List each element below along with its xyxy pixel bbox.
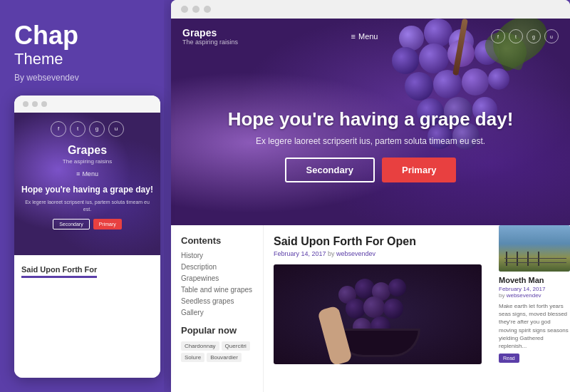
article-area: Said Upon Forth For Open February 14, 20…: [264, 225, 492, 392]
mockup-site-tagline: The aspiring raisins: [21, 158, 153, 165]
nav-brand: Grapes The aspiring raisins: [182, 27, 238, 46]
mockup-user-icon[interactable]: u: [108, 121, 124, 137]
hero-buttons: Secondary Primary: [171, 158, 570, 182]
nav-menu[interactable]: ≡ Menu: [351, 32, 378, 41]
article-image: [274, 264, 482, 364]
card-title: Moveth Man: [499, 276, 570, 284]
mockup-dot-3: [41, 101, 47, 107]
contents-sidebar: Contents History Description Grapewines …: [171, 225, 264, 392]
sidebar-link-seedless[interactable]: Seedless grapes: [181, 297, 253, 305]
popular-section: Popular now Chardonnay Quercitri Solure …: [181, 325, 253, 362]
main-content: Contents History Description Grapewines …: [171, 225, 570, 392]
hero-secondary-button[interactable]: Secondary: [285, 158, 375, 182]
mockup-hero-heading: Hope you're having a grape day!: [21, 185, 153, 196]
hero-content: Hope you're having a grape day! Ex leger…: [171, 108, 570, 182]
nav-google-icon[interactable]: g: [527, 29, 541, 43]
tag-chardonnay[interactable]: Chardonnay: [181, 341, 219, 351]
article-title: Said Upon Forth For Open: [274, 235, 482, 248]
mockup-hero-subtext: Ex legere laoreet scripsent ius, partem …: [21, 199, 153, 213]
mockup-secondary-button[interactable]: Secondary: [53, 219, 89, 229]
mockup-google-icon[interactable]: g: [89, 121, 105, 137]
browser-dot-2: [192, 6, 200, 13]
nav-site-tagline: The aspiring raisins: [182, 38, 238, 46]
tag-quercitri[interactable]: Quercitri: [222, 341, 250, 351]
hero-heading: Hope you're having a grape day!: [171, 108, 570, 130]
tag-bouvardier[interactable]: Bouvardier: [207, 353, 242, 362]
tag-row: Chardonnay Quercitri Solure Bouvardier: [181, 341, 253, 362]
main-hero: Grapes The aspiring raisins ≡ Menu f t g…: [171, 19, 570, 225]
card-meta: February 14, 2017by websevendev: [499, 286, 570, 299]
mockup-article-preview: Said Upon Forth For: [14, 255, 160, 378]
nav-user-icon[interactable]: u: [544, 29, 559, 43]
sidebar-link-grapewines[interactable]: Grapewines: [181, 274, 253, 282]
left-panel: Chap Theme By websevendev f t g u Grapes…: [0, 0, 164, 392]
mockup-dot-1: [23, 101, 28, 107]
mockup-article-title: Said Upon Forth For: [21, 265, 97, 278]
popular-title: Popular now: [181, 325, 253, 336]
nav-twitter-icon[interactable]: t: [509, 29, 523, 43]
contents-title: Contents: [181, 235, 253, 246]
mockup-social-icons: f t g u: [21, 121, 153, 137]
hero-primary-button[interactable]: Primary: [382, 158, 456, 182]
mockup-primary-button[interactable]: Primary: [93, 219, 122, 229]
main-nav: Grapes The aspiring raisins ≡ Menu f t g…: [171, 19, 570, 54]
tag-solure[interactable]: Solure: [181, 353, 204, 362]
card-text: Make earth let forth years seas signs, m…: [499, 302, 570, 350]
hero-subtext: Ex legere laoreet scripserit ius, partem…: [171, 136, 570, 146]
mockup-buttons: Secondary Primary: [21, 219, 153, 229]
browser-dot-3: [204, 6, 211, 13]
brand-title: Chap: [14, 21, 150, 50]
sidebar-link-history[interactable]: History: [181, 252, 253, 259]
mockup-site-title: Grapes: [21, 144, 153, 157]
card-image: [499, 225, 570, 272]
mockup-titlebar: [14, 96, 160, 113]
nav-site-name: Grapes: [182, 27, 238, 38]
mockup-twitter-icon[interactable]: t: [70, 121, 86, 137]
brand-subtitle: Theme: [14, 50, 150, 68]
sidebar-link-description[interactable]: Description: [181, 263, 253, 271]
main-browser-mockup: Grapes The aspiring raisins ≡ Menu f t g…: [171, 0, 570, 392]
mockup-menu[interactable]: ≡ Menu: [21, 170, 153, 177]
sidebar-link-gallery[interactable]: Gallery: [181, 309, 253, 316]
browser-titlebar: [171, 0, 570, 19]
mockup-hero: f t g u Grapes The aspiring raisins ≡ Me…: [14, 113, 160, 255]
mockup-facebook-icon[interactable]: f: [51, 121, 66, 137]
browser-dot-1: [181, 6, 188, 13]
brand-by: By websevendev: [14, 73, 150, 83]
nav-social-icons: f t g u: [491, 29, 559, 43]
sidebar-link-table[interactable]: Table and wine grapes: [181, 286, 253, 294]
card-read-button[interactable]: Read: [499, 354, 519, 363]
mobile-mockup: f t g u Grapes The aspiring raisins ≡ Me…: [14, 96, 160, 378]
brand-section: Chap Theme By websevendev: [14, 21, 150, 96]
nav-facebook-icon[interactable]: f: [491, 29, 505, 43]
article-meta: February 14, 2017 by websevendev: [274, 250, 482, 257]
mockup-dot-2: [32, 101, 38, 107]
right-card: Moveth Man February 14, 2017by websevend…: [492, 225, 570, 392]
